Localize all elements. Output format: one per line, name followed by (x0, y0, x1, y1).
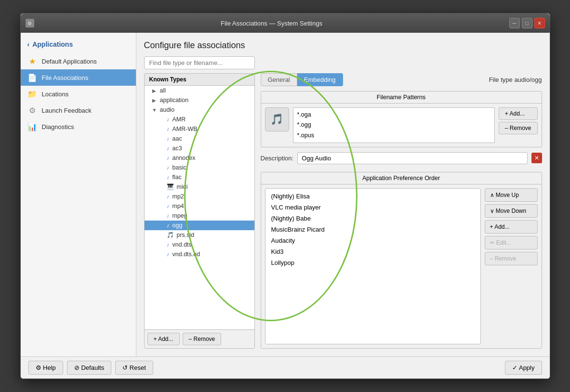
panels-row: Known Types ▶ all ▶ application (144, 73, 542, 349)
search-input[interactable] (144, 56, 255, 69)
tree-item-application[interactable]: ▶ application (145, 95, 254, 105)
description-clear-button[interactable]: ✕ (531, 153, 542, 163)
tree-add-button[interactable]: + Add... (147, 333, 180, 345)
filename-patterns-row: 🎵 *.oga *.ogg *.opus + Add... – Remove (261, 104, 542, 147)
help-button[interactable]: ⚙ Help (28, 361, 63, 375)
tree-remove-button[interactable]: – Remove (183, 333, 222, 345)
sidebar-item-label: Launch Feedback (42, 107, 92, 114)
app-preference-header: Application Preference Order (261, 172, 542, 184)
app-item[interactable]: Kid3 (267, 246, 478, 257)
app-item[interactable]: (Nightly) Babe (267, 213, 478, 224)
sidebar-item-launch-feedback[interactable]: ⚙ Launch Feedback (21, 102, 136, 118)
tree-label: AMR (172, 116, 186, 123)
music-icon: ♪ (167, 203, 170, 209)
tree-label: annodex (172, 155, 196, 161)
back-icon: ‹ (27, 40, 30, 48)
tree-label: all (160, 87, 166, 94)
music-icon: ♪ (167, 145, 170, 152)
sidebar-item-file-associations[interactable]: 📄 File Associations (21, 69, 136, 86)
tree-label: mpeg (172, 212, 187, 219)
sidebar-item-label: File Associations (42, 74, 89, 81)
app-item[interactable]: VLC media player (267, 202, 478, 213)
defaults-button[interactable]: ⊘ Defaults (67, 361, 111, 375)
description-label: Description: (261, 155, 294, 162)
content-area: Configure file associations Known Types … (136, 33, 550, 356)
known-types-header: Known Types (145, 74, 254, 86)
apply-button[interactable]: ✓ Apply (505, 361, 542, 375)
tree-item-aac[interactable]: ♪ aac (145, 134, 254, 144)
tree-label: mp2 (172, 193, 184, 200)
sidebar-item-default-applications[interactable]: ★ Default Applications (21, 53, 136, 69)
file-type-header: File type audio/ogg (489, 76, 542, 83)
tree-item-vnd-dts-hd[interactable]: ♪ vnd.dts.hd (145, 249, 254, 259)
tree-label: vnd.dts (172, 241, 192, 248)
patterns-remove-button[interactable]: – Remove (499, 122, 538, 134)
move-down-button[interactable]: ∨ Move Down (485, 204, 538, 218)
tree-item-midi[interactable]: 🎹 midi (145, 182, 254, 192)
expand-icon: ▶ (152, 98, 158, 103)
sidebar-item-locations[interactable]: 📁 Locations (21, 86, 136, 102)
app-preference-inner: (Nightly) Elisa VLC media player (Nightl… (261, 184, 542, 348)
app-buttons: ∧ Move Up ∨ Move Down + Add... ✏ Edit...… (485, 188, 538, 344)
app-remove-button[interactable]: – Remove (485, 252, 538, 265)
app-edit-button[interactable]: ✏ Edit... (485, 236, 538, 249)
close-button[interactable]: ✕ (534, 18, 545, 28)
patterns-list: *.oga *.ogg *.opus (293, 107, 495, 143)
tree-item-audio[interactable]: ▼ audio (145, 105, 254, 115)
tree-item-mpeg[interactable]: ♪ mpeg (145, 211, 254, 221)
tree-item-flac[interactable]: ♪ flac (145, 172, 254, 182)
music-icon: ♪ (167, 174, 170, 181)
expand-icon: ▼ (152, 107, 158, 113)
tree-item-vnd-dts[interactable]: ♪ vnd.dts (145, 240, 254, 249)
app-icon: ⚙ (26, 19, 34, 27)
tree-label: application (160, 97, 189, 104)
file-type-icon: 🎵 (265, 107, 289, 131)
tree-item-amr[interactable]: ♪ AMR (145, 115, 254, 124)
tab-embedding[interactable]: Embedding (297, 73, 343, 86)
sidebar-section: ★ Default Applications 📄 File Associatio… (21, 53, 136, 135)
tree-label: prs.sid (177, 232, 195, 238)
music-icon: ♪ (167, 251, 170, 258)
main-content: ‹ Applications ★ Default Applications 📄 … (21, 33, 550, 356)
app-add-button[interactable]: + Add... (485, 220, 538, 234)
sidebar-item-label: Diagnostics (42, 123, 74, 131)
tree-item-amr-wb[interactable]: ♪ AMR-WB (145, 124, 254, 134)
tree-item-ogg[interactable]: ♪ ogg (145, 221, 254, 230)
tree-item-ac3[interactable]: ♪ ac3 (145, 144, 254, 153)
window-controls: ─ □ ✕ (509, 18, 545, 28)
music-icon: ♪ (167, 193, 170, 200)
app-item[interactable]: Audacity (267, 235, 478, 246)
sidebar-item-label: Default Applications (42, 58, 97, 65)
tree-item-annodex[interactable]: ♪ annodex (145, 153, 254, 163)
app-item[interactable]: Lollypop (267, 257, 478, 268)
maximize-button[interactable]: □ (522, 18, 532, 28)
patterns-add-button[interactable]: + Add... (499, 107, 538, 120)
diagnostics-icon: 📊 (27, 122, 37, 131)
music-icon: ♪ (167, 212, 170, 219)
folder-icon: 📁 (27, 89, 37, 99)
app-item[interactable]: MusicBrainz Picard (267, 224, 478, 235)
music-icon: ♪ (167, 222, 170, 229)
tree-item-all[interactable]: ▶ all (145, 86, 254, 95)
music-icon: ♪ (167, 135, 170, 142)
sidebar-back-button[interactable]: ‹ Applications (21, 38, 136, 51)
description-row: Description: ✕ (261, 152, 542, 167)
app-item[interactable]: (Nightly) Elisa (267, 191, 478, 202)
minimize-button[interactable]: ─ (509, 18, 520, 28)
tree-label: mp4 (172, 203, 184, 209)
music-icon: ♪ (167, 164, 170, 171)
tree-item-mp2[interactable]: ♪ mp2 (145, 192, 254, 201)
description-input[interactable] (297, 152, 527, 164)
tree-item-basic[interactable]: ♪ basic (145, 163, 254, 172)
move-up-button[interactable]: ∧ Move Up (485, 188, 538, 202)
tab-general[interactable]: General (261, 73, 297, 86)
tree-label: AMR-WB (172, 126, 198, 132)
tree-item-prs-sid[interactable]: 🎵 prs.sid (145, 230, 254, 240)
pattern-item: *.opus (297, 131, 490, 141)
tree-label: audio (160, 106, 175, 113)
sidebar-item-diagnostics[interactable]: 📊 Diagnostics (21, 118, 136, 135)
sidebar-item-label: Locations (42, 91, 69, 98)
reset-button[interactable]: ↺ Reset (115, 361, 153, 375)
music-icon: ♪ (167, 155, 170, 161)
tree-item-mp4[interactable]: ♪ mp4 (145, 201, 254, 211)
